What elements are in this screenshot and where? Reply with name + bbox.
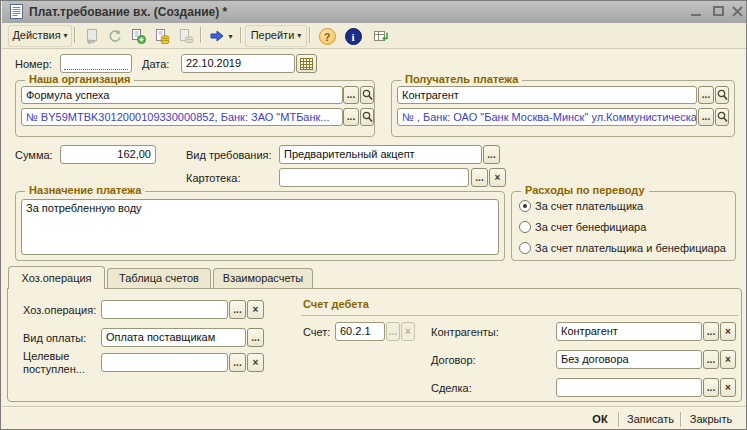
- purpose-textarea[interactable]: За потребленную воду: [21, 199, 499, 255]
- payee-account-select-button[interactable]: ...: [698, 108, 714, 126]
- payee-open-button[interactable]: [715, 86, 729, 104]
- copy-button[interactable]: [125, 25, 151, 47]
- sum-input[interactable]: 162,00: [60, 145, 156, 164]
- radio-payer[interactable]: [519, 200, 531, 212]
- tab-accounts-table[interactable]: Таблица счетов: [107, 268, 211, 288]
- actions-menu-button[interactable]: Действия▾: [8, 25, 72, 47]
- goto-menu-label: Перейти: [251, 29, 295, 41]
- post-document-button[interactable]: [149, 25, 175, 47]
- contractors-input[interactable]: Контрагент: [556, 322, 702, 341]
- kartoteka-input[interactable]: [279, 168, 469, 187]
- subordination-structure-icon: [373, 28, 389, 44]
- kartoteka-label: Картотека:: [186, 172, 240, 184]
- calendar-button[interactable]: [296, 54, 317, 73]
- requirement-type-input[interactable]: Предварительный акцепт: [279, 145, 482, 164]
- debit-account-divider: [301, 315, 738, 316]
- number-input[interactable]: [60, 54, 132, 73]
- our-organization-input[interactable]: Формула успеха: [21, 86, 343, 104]
- payee-account-input[interactable]: № , Банк: ОАО "Банк Москва-Минск" ул.Ком…: [397, 108, 697, 126]
- kartoteka-select-button[interactable]: ...: [471, 168, 488, 187]
- contractors-select-button[interactable]: ...: [703, 322, 719, 341]
- toolbar: Действия▾: [2, 23, 747, 49]
- tab-hoz-operation[interactable]: Хоз.операция: [8, 266, 105, 289]
- output-icon: [209, 28, 225, 44]
- deal-input[interactable]: [556, 378, 702, 397]
- payment-kind-label: Вид оплаты:: [23, 332, 86, 344]
- account-clear-button: ×: [401, 322, 415, 341]
- number-label: Номер:: [15, 58, 52, 70]
- minimize-button[interactable]: [689, 3, 705, 19]
- hoz-operation-input[interactable]: [101, 300, 228, 319]
- hoz-operation-clear-button[interactable]: ×: [247, 300, 264, 319]
- contractors-clear-button[interactable]: ×: [720, 322, 736, 341]
- requirement-type-label: Вид требования:: [186, 149, 272, 161]
- maximize-button[interactable]: [711, 3, 727, 19]
- our-account-input[interactable]: № BY59MTBK3012000109330000852, Банк: ЗАО…: [21, 108, 343, 126]
- payee-input[interactable]: Контрагент: [397, 86, 697, 104]
- unpost-document-button[interactable]: [173, 25, 199, 47]
- radio-beneficiary-label: За счет бенефициара: [535, 221, 646, 233]
- sum-label: Сумма:: [15, 149, 53, 161]
- save-button[interactable]: Записать: [623, 410, 678, 429]
- magnifier-icon: [717, 89, 728, 101]
- purpose-title: Назначение платежа: [25, 184, 145, 196]
- info-button[interactable]: i: [340, 25, 366, 47]
- our-organization-open-button[interactable]: [360, 86, 374, 104]
- contract-clear-button[interactable]: ×: [720, 350, 736, 369]
- magnifier-icon: [362, 111, 373, 123]
- payment-kind-select-button[interactable]: ...: [247, 328, 264, 347]
- radio-payer-and-beneficiary-label: За счет плательщика и бенефициара: [535, 242, 726, 254]
- radio-payer-label: За счет плательщика: [535, 200, 643, 212]
- reread-button[interactable]: [78, 25, 104, 47]
- target-receipts-label: Целевые поступлен...: [23, 350, 97, 376]
- payee-account-open-button[interactable]: [715, 108, 729, 126]
- magnifier-icon: [362, 89, 373, 101]
- unpost-document-icon: [178, 28, 194, 44]
- target-receipts-clear-button[interactable]: ×: [247, 353, 264, 372]
- help-button[interactable]: ?: [314, 25, 340, 47]
- hoz-operation-label: Хоз.операция:: [23, 304, 96, 316]
- account-input[interactable]: 60.2.1: [335, 322, 385, 341]
- our-organization-select-button[interactable]: ...: [343, 86, 359, 104]
- contract-input[interactable]: Без договора: [556, 350, 702, 369]
- target-receipts-input[interactable]: [101, 353, 228, 372]
- ok-button[interactable]: ОК: [585, 410, 615, 429]
- target-receipts-select-button[interactable]: ...: [229, 353, 246, 372]
- chevron-down-icon: ▾: [64, 31, 68, 40]
- chevron-down-icon: ▾: [297, 31, 301, 40]
- date-input[interactable]: 22.10.2019: [181, 54, 295, 73]
- post-document-icon: [154, 28, 170, 44]
- subordination-structure-button[interactable]: [368, 25, 394, 47]
- deal-clear-button[interactable]: ×: [720, 378, 736, 397]
- account-label: Счет:: [303, 326, 330, 338]
- help-icon: ?: [319, 28, 336, 45]
- payee-title: Получатель платежа: [401, 73, 522, 85]
- footer-divider-highlight: [2, 407, 747, 408]
- date-label: Дата:: [142, 58, 169, 70]
- info-icon: i: [345, 28, 362, 45]
- our-account-select-button[interactable]: ...: [343, 108, 359, 126]
- our-account-open-button[interactable]: [360, 108, 374, 126]
- window-title: Плат.требование вх. (Создание) *: [29, 5, 227, 19]
- transfer-costs-title: Расходы по переводу: [521, 184, 649, 196]
- radio-beneficiary[interactable]: [519, 221, 531, 233]
- tab-mutual-settlements[interactable]: Взаиморасчеты: [213, 268, 313, 288]
- deal-label: Сделка:: [431, 382, 472, 394]
- payee-select-button[interactable]: ...: [698, 86, 714, 104]
- output-button[interactable]: ▾: [204, 25, 238, 47]
- payment-kind-input[interactable]: Оплата поставщикам: [101, 328, 246, 347]
- our-organization-title: Наша организация: [25, 73, 134, 85]
- titlebar: Плат.требование вх. (Создание) *: [2, 1, 747, 23]
- deal-select-button[interactable]: ...: [703, 378, 719, 397]
- radio-payer-and-beneficiary[interactable]: [519, 242, 531, 254]
- close-form-button[interactable]: Закрыть: [685, 410, 737, 429]
- hoz-operation-select-button[interactable]: ...: [229, 300, 246, 319]
- close-button[interactable]: [731, 3, 747, 19]
- account-select-button: ...: [386, 322, 400, 341]
- debit-account-title: Счет дебета: [303, 298, 369, 310]
- goto-menu-button[interactable]: Перейти▾: [245, 25, 307, 47]
- requirement-type-select-button[interactable]: ...: [483, 145, 500, 164]
- contract-select-button[interactable]: ...: [703, 350, 719, 369]
- kartoteka-clear-button[interactable]: ×: [489, 168, 506, 187]
- document-window: Плат.требование вх. (Создание) * Действи…: [0, 0, 747, 430]
